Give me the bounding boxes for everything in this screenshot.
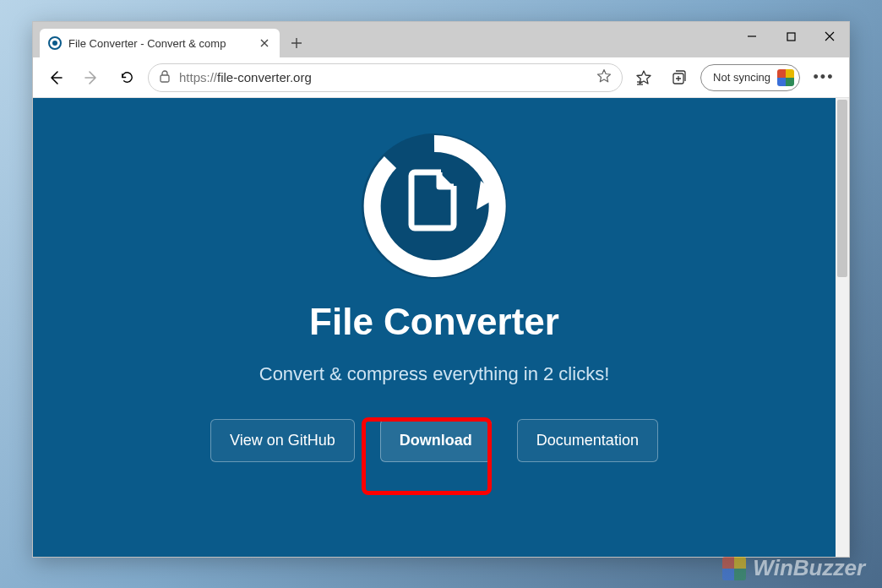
favorites-button[interactable]	[629, 63, 658, 92]
profile-label: Not syncing	[713, 71, 770, 84]
toolbar: https://file-converter.org Not syncing •…	[33, 57, 849, 98]
forward-button[interactable]	[77, 63, 106, 92]
tab-title: File Converter - Convert & comp	[68, 37, 251, 50]
svg-point-3	[362, 133, 507, 279]
browser-tab[interactable]: File Converter - Convert & comp	[40, 29, 280, 57]
collections-button[interactable]	[665, 63, 694, 92]
more-menu-button[interactable]: •••	[807, 68, 841, 86]
documentation-button[interactable]: Documentation	[517, 419, 658, 462]
profile-avatar-icon	[777, 69, 794, 86]
svg-rect-0	[787, 33, 795, 41]
maximize-button[interactable]	[771, 22, 810, 51]
close-window-button[interactable]	[810, 22, 849, 51]
page-title: File Converter	[309, 301, 559, 343]
scrollbar-thumb[interactable]	[837, 100, 847, 277]
profile-button[interactable]: Not syncing	[700, 64, 800, 91]
watermark-logo-icon	[722, 557, 746, 580]
download-button[interactable]: Download	[380, 419, 492, 462]
view-on-github-button[interactable]: View on GitHub	[210, 419, 355, 462]
watermark: WinBuzzer	[722, 555, 865, 581]
viewport: File Converter Convert & compress everyt…	[33, 98, 849, 557]
app-logo-icon	[358, 130, 510, 282]
favorite-star-icon[interactable]	[596, 68, 612, 86]
back-button[interactable]	[41, 63, 70, 92]
minimize-button[interactable]	[732, 22, 771, 51]
vertical-scrollbar[interactable]	[836, 98, 849, 557]
hero-button-row: View on GitHub Download Documentation	[210, 419, 658, 462]
svg-rect-1	[161, 75, 169, 82]
watermark-text: WinBuzzer	[753, 555, 865, 581]
page-subtitle: Convert & compress everything in 2 click…	[259, 363, 610, 385]
url-text: https://file-converter.org	[179, 70, 312, 84]
lock-icon	[159, 69, 171, 85]
new-tab-button[interactable]	[283, 30, 310, 57]
refresh-button[interactable]	[112, 63, 141, 92]
page-content: File Converter Convert & compress everyt…	[33, 98, 836, 557]
tab-close-button[interactable]	[258, 36, 271, 50]
tab-favicon-icon	[48, 36, 62, 50]
window-controls	[732, 22, 849, 51]
titlebar: File Converter - Convert & comp	[33, 22, 849, 57]
browser-window: File Converter - Convert & comp	[32, 21, 850, 558]
address-bar[interactable]: https://file-converter.org	[148, 63, 623, 92]
